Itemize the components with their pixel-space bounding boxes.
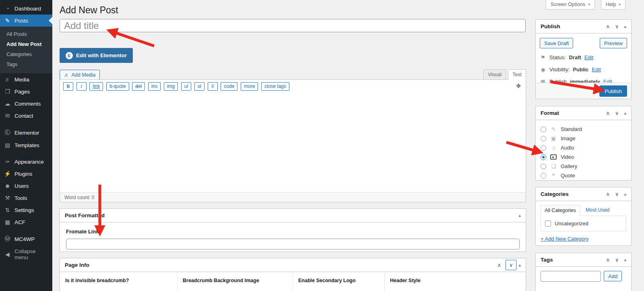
move-up-icon[interactable]: ∧: [497, 262, 501, 268]
screen-options-button[interactable]: Screen Options ▾: [546, 0, 595, 10]
quicktag-blockquote-button[interactable]: b-quote: [106, 82, 129, 91]
radio-video[interactable]: [541, 154, 546, 160]
new-tag-input[interactable]: [541, 271, 601, 282]
elementor-logo-icon: E: [66, 52, 73, 59]
publish-title: Publish: [541, 23, 606, 29]
sidebar-item-contact[interactable]: ✉ Contact: [0, 110, 52, 122]
submenu-tags[interactable]: Tags: [0, 59, 52, 69]
sidebar-item-tools[interactable]: ⚒ Tools: [0, 192, 52, 204]
sidebar-item-dashboard[interactable]: ◔ Dashboard: [0, 2, 52, 15]
radio-audio[interactable]: [541, 145, 546, 151]
quicktag-ol-button[interactable]: ol: [194, 82, 204, 91]
sidebar-item-pages[interactable]: ❒ Pages: [0, 85, 52, 98]
radio-quote[interactable]: [541, 173, 546, 179]
post-content-textarea[interactable]: [60, 93, 526, 192]
format-option-quote: ❝ Quote: [541, 171, 626, 180]
submenu-all-posts[interactable]: All Posts: [0, 29, 52, 39]
format-option-standard: ✎ Standard: [541, 125, 626, 134]
page-info-field-label: Breadcrumb Background Image: [178, 272, 293, 291]
sidebar-item-templates[interactable]: ▤ Templates: [0, 139, 52, 151]
collapse-toggle-icon[interactable]: ▴: [624, 111, 626, 115]
tab-text[interactable]: Text: [508, 69, 526, 80]
save-draft-button[interactable]: Save Draft: [540, 38, 573, 48]
move-up-icon[interactable]: ∧: [606, 110, 610, 116]
collapse-toggle-icon[interactable]: ▴: [624, 258, 626, 262]
move-up-icon[interactable]: ∧: [606, 257, 610, 262]
radio-image[interactable]: [541, 136, 546, 141]
add-tag-button[interactable]: Add: [604, 271, 622, 281]
fromate-link-input[interactable]: [66, 239, 520, 249]
category-item-uncategorized: Uncategorized: [545, 220, 622, 227]
quicktag-more-button[interactable]: more: [241, 82, 258, 91]
quicktag-ins-button[interactable]: ins: [148, 82, 161, 91]
sidebar-item-elementor[interactable]: Ⓔ Elementor: [0, 126, 52, 139]
sidebar-item-label: MC4WP: [14, 236, 35, 242]
move-down-icon[interactable]: ∨: [506, 260, 517, 270]
quicktag-del-button[interactable]: del: [132, 82, 145, 91]
category-label: Uncategorized: [555, 220, 588, 227]
quicktag-code-button[interactable]: code: [221, 82, 237, 91]
sidebar-item-mc4wp[interactable]: Ⓜ MC4WP: [0, 233, 52, 245]
collapse-toggle-icon[interactable]: ▴: [518, 213, 521, 218]
radio-standard[interactable]: [541, 127, 546, 132]
plugin-icon: ⚡: [4, 170, 11, 177]
publish-button[interactable]: Publish: [599, 85, 627, 97]
sidebar-item-posts[interactable]: ✎ Posts: [0, 15, 52, 27]
status-row: ⚑ Status: Draft Edit: [540, 54, 627, 60]
quicktag-link-button[interactable]: link: [89, 82, 103, 91]
sidebar-item-acf[interactable]: ▦ ACF: [0, 216, 52, 228]
collapse-menu-button[interactable]: ◀ Collapse menu: [0, 245, 52, 263]
quicktag-close-tags-button[interactable]: close tags: [261, 82, 289, 91]
checkbox-uncategorized[interactable]: [545, 220, 551, 227]
tab-all-categories[interactable]: All Categories: [541, 205, 580, 216]
sidebar-item-comments[interactable]: ☁ Comments: [0, 98, 52, 110]
screen-options-label: Screen Options: [551, 2, 585, 7]
quicktag-ul-button[interactable]: ul: [181, 82, 191, 91]
collapse-toggle-icon[interactable]: ▴: [624, 192, 626, 196]
edit-status-link[interactable]: Edit: [584, 54, 593, 60]
sidebar-item-plugins[interactable]: ⚡ Plugins: [0, 168, 52, 180]
publish-metabox: Publish ∧ ∨ ▴ Save Draft Preview ⚑ Statu…: [535, 19, 632, 99]
edit-with-elementor-button[interactable]: E Edit with Elementor: [60, 48, 133, 63]
move-down-icon[interactable]: ∨: [615, 110, 619, 116]
radio-gallery[interactable]: [541, 164, 546, 169]
sidebar-item-label: ACF: [14, 219, 25, 225]
visibility-row: ◉ Visibility: Public Edit: [540, 67, 627, 73]
status-pin-icon: ⚑: [540, 54, 546, 60]
editor-status-bar: Word count: 0: [60, 192, 526, 202]
elementor-button-label: Edit with Elementor: [76, 52, 127, 58]
move-up-icon[interactable]: ∧: [606, 191, 610, 197]
help-button[interactable]: Help ▾: [601, 0, 625, 10]
eye-icon: ◉: [540, 67, 546, 73]
submenu-add-new-post[interactable]: Add New Post: [0, 39, 52, 49]
sidebar-item-appearance[interactable]: ✑ Appearance: [0, 156, 52, 168]
move-down-icon[interactable]: ∨: [615, 191, 619, 197]
submenu-categories[interactable]: Categories: [0, 49, 52, 59]
post-title-input[interactable]: [60, 19, 526, 32]
quicktag-img-button[interactable]: img: [164, 82, 178, 91]
tab-visual[interactable]: Visual: [483, 69, 506, 80]
quicktag-italic-button[interactable]: i: [76, 82, 87, 91]
screen-meta-tabs: Screen Options ▾ Help ▾: [546, 0, 625, 10]
quicktag-li-button[interactable]: li: [208, 82, 218, 91]
move-down-icon[interactable]: ∨: [615, 24, 619, 29]
sidebar-item-media[interactable]: ♬ Media: [0, 73, 52, 85]
tab-most-used[interactable]: Most Used: [586, 207, 610, 216]
format-option-gallery: ❏ Gallery: [541, 162, 626, 171]
move-up-icon[interactable]: ∧: [606, 24, 610, 29]
collapse-toggle-icon[interactable]: ▴: [624, 24, 626, 29]
move-down-icon[interactable]: ∨: [615, 257, 619, 262]
edit-visibility-link[interactable]: Edit: [592, 67, 601, 73]
add-media-button[interactable]: ♬ Add Media: [60, 70, 100, 80]
quicktag-bold-button[interactable]: b: [63, 82, 73, 91]
collapse-toggle-icon[interactable]: ▴: [518, 263, 521, 267]
preview-button[interactable]: Preview: [600, 38, 627, 48]
sidebar-item-users[interactable]: ☻ Users: [0, 180, 52, 192]
sidebar-item-label: Plugins: [14, 171, 32, 177]
sidebar-item-settings[interactable]: ⇅ Settings: [0, 204, 52, 216]
sidebar-item-label: Pages: [14, 89, 30, 95]
sidebar-item-label: Appearance: [14, 159, 44, 165]
fullscreen-icon[interactable]: ✥: [516, 83, 521, 89]
media-icon: ♬: [4, 76, 11, 83]
add-new-category-link[interactable]: + Add New Category: [541, 236, 589, 242]
